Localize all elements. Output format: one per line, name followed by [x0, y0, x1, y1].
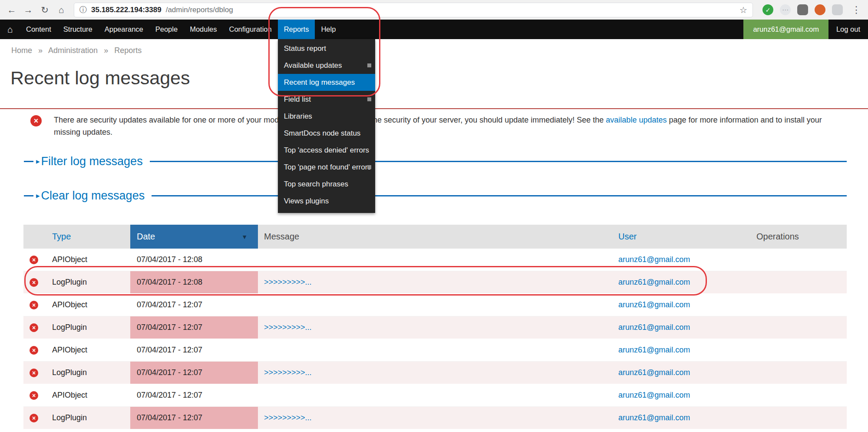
update-indicator-icon: [367, 63, 371, 67]
breadcrumb-administration-link[interactable]: Administration: [48, 46, 98, 55]
log-user-link[interactable]: arunz61@gmail.com: [618, 346, 690, 354]
sort-by-type-link[interactable]: Type: [52, 232, 71, 241]
log-user-link[interactable]: arunz61@gmail.com: [618, 255, 690, 264]
log-type: APIObject: [52, 391, 87, 399]
extension-dots-icon[interactable]: ⋯: [780, 4, 791, 15]
menu-item-label: SmartDocs node status: [284, 129, 361, 137]
sort-desc-icon: ▼: [241, 233, 248, 240]
log-user-link[interactable]: arunz61@gmail.com: [618, 323, 690, 332]
log-user-link[interactable]: arunz61@gmail.com: [618, 368, 690, 377]
log-message-link[interactable]: >>>>>>>>>...: [264, 413, 312, 422]
page-info-icon[interactable]: ⓘ: [79, 5, 87, 15]
update-indicator-icon: [367, 165, 371, 169]
log-date: 07/04/2017 - 12:07: [137, 346, 202, 354]
menu-item-field-list[interactable]: Field list: [278, 91, 375, 108]
extension-gray-icon[interactable]: [832, 4, 843, 15]
breadcrumb-reports-link[interactable]: Reports: [114, 46, 142, 55]
log-message-link[interactable]: >>>>>>>>>...: [264, 278, 312, 286]
log-row: × APIObject 07/04/2017 - 12:08 arunz61@g…: [23, 249, 847, 271]
log-type: APIObject: [52, 255, 87, 264]
toolbar-item-modules[interactable]: Modules: [184, 20, 223, 39]
log-message-link[interactable]: >>>>>>>>>...: [264, 323, 312, 332]
security-update-notice: × There are security updates available f…: [30, 114, 833, 138]
menu-item-smartdocs-node-status[interactable]: SmartDocs node status: [278, 125, 375, 142]
log-messages-table: Type Date ▼ Message User Operations × AP…: [23, 225, 847, 432]
menu-item-libraries[interactable]: Libraries: [278, 108, 375, 125]
filter-log-messages-legend[interactable]: ▸ Filter log messages: [33, 153, 150, 169]
logout-button[interactable]: Log out: [828, 20, 868, 39]
menu-item-top-search-phrases[interactable]: Top search phrases: [278, 176, 375, 193]
log-operations-cell: [751, 294, 847, 316]
browser-menu-icon[interactable]: ⋮: [849, 4, 864, 16]
menu-item-available-updates[interactable]: Available updates: [278, 57, 375, 74]
log-message-link[interactable]: >>>>>>>>>...: [264, 368, 312, 377]
reload-icon[interactable]: ↻: [37, 3, 52, 17]
log-date: 07/04/2017 - 12:07: [137, 391, 202, 399]
browser-window: ← → ↻ ⌂ ⓘ 35.185.222.194:3389/admin/repo…: [0, 0, 868, 432]
log-message-cell: [258, 294, 612, 316]
log-operations-cell: [751, 362, 847, 384]
log-date: 07/04/2017 - 12:07: [137, 323, 202, 332]
menu-item-label: Available updates: [284, 61, 342, 70]
toolbar-item-content[interactable]: Content: [20, 20, 57, 39]
log-operations-cell: [751, 316, 847, 339]
toolbar-item-configuration[interactable]: Configuration: [223, 20, 278, 39]
log-date: 07/04/2017 - 12:07: [137, 413, 202, 422]
sort-by-date-header[interactable]: Date ▼: [130, 225, 258, 249]
forward-icon[interactable]: →: [21, 3, 36, 17]
log-user-link[interactable]: arunz61@gmail.com: [618, 300, 690, 309]
menu-item-label: Recent log messages: [284, 78, 355, 86]
extension-check-icon[interactable]: ✓: [762, 4, 773, 15]
toolbar-item-help[interactable]: Help: [315, 20, 342, 39]
toolbar-item-people[interactable]: People: [149, 20, 184, 39]
bookmark-star-icon[interactable]: ☆: [739, 5, 747, 15]
back-icon[interactable]: ←: [4, 3, 19, 17]
log-user-link[interactable]: arunz61@gmail.com: [618, 278, 690, 286]
address-bar[interactable]: ⓘ 35.185.222.194:3389/admin/reports/dblo…: [74, 3, 753, 17]
log-row: × LogPlugin 07/04/2017 - 12:07 >>>>>>>>>…: [23, 407, 847, 429]
filter-legend-label: Filter log messages: [41, 153, 143, 169]
icon-column-header: [23, 225, 48, 249]
notice-text: There are security updates available for…: [54, 114, 833, 138]
clear-log-messages-legend[interactable]: ▸ Clear log messages: [33, 188, 152, 203]
user-column-header: User: [612, 225, 751, 249]
error-icon: ×: [30, 301, 38, 309]
clear-legend-label: Clear log messages: [41, 188, 145, 203]
reports-dropdown-menu: Status report Available updates Recent l…: [278, 39, 375, 213]
menu-item-top-access-denied[interactable]: Top 'access denied' errors: [278, 142, 375, 159]
account-button[interactable]: arunz61@gmail.com: [743, 20, 828, 39]
browser-toolbar: ← → ↻ ⌂ ⓘ 35.185.222.194:3389/admin/repo…: [0, 0, 868, 20]
menu-item-label: Top search phrases: [284, 180, 348, 188]
breadcrumb-home-link[interactable]: Home: [11, 46, 32, 55]
log-user-link[interactable]: arunz61@gmail.com: [618, 413, 690, 422]
log-date: 07/04/2017 - 12:08: [137, 255, 202, 264]
menu-item-status-report[interactable]: Status report: [278, 40, 375, 57]
extension-orange-icon[interactable]: [815, 4, 825, 15]
menu-item-recent-log-messages[interactable]: Recent log messages: [278, 74, 375, 91]
log-type: APIObject: [52, 300, 87, 309]
toolbar-item-appearance[interactable]: Appearance: [99, 20, 149, 39]
toolbar-spacer: [342, 20, 743, 39]
home-icon[interactable]: ⌂: [54, 3, 69, 17]
filter-log-messages-fieldset: ▸ Filter log messages: [24, 153, 847, 169]
url-host: 35.185.222.194:3389: [91, 6, 162, 14]
error-icon: ×: [30, 115, 42, 126]
available-updates-link[interactable]: available updates: [606, 116, 667, 124]
date-header-label: Date: [137, 232, 155, 241]
log-operations-cell: [751, 429, 847, 432]
log-user-link[interactable]: arunz61@gmail.com: [618, 391, 690, 399]
error-icon: ×: [30, 369, 38, 377]
toolbar-item-reports[interactable]: Reports Status report Available updates …: [278, 20, 315, 39]
table-header-row: Type Date ▼ Message User Operations: [23, 225, 847, 249]
drupal-home-icon[interactable]: ⌂: [0, 20, 20, 39]
error-icon: ×: [30, 414, 38, 422]
menu-item-label: Top 'page not found' errors: [284, 163, 371, 171]
toolbar-item-structure[interactable]: Structure: [57, 20, 99, 39]
log-operations-cell: [751, 249, 847, 271]
sort-by-user-link[interactable]: User: [618, 232, 637, 241]
menu-item-views-plugins[interactable]: Views plugins: [278, 193, 375, 209]
menu-item-top-page-not-found[interactable]: Top 'page not found' errors: [278, 159, 375, 176]
url-path: /admin/reports/dblog: [166, 6, 233, 14]
log-type: LogPlugin: [52, 323, 87, 332]
extension-dark-icon[interactable]: [797, 4, 808, 15]
